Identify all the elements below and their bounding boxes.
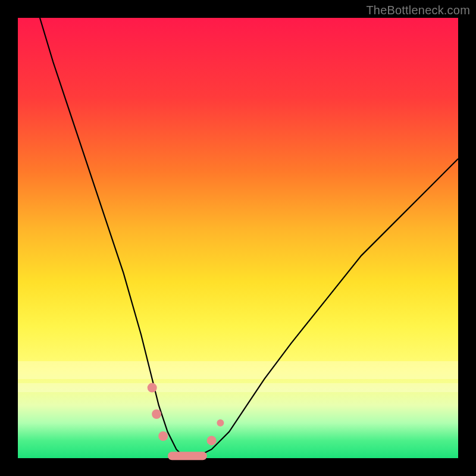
chart-stage: TheBottleneck.com	[0, 0, 476, 476]
marker-group	[148, 383, 224, 446]
marker-point	[207, 436, 217, 445]
plot-area	[18, 18, 458, 458]
marker-point	[148, 383, 157, 393]
curve-layer	[18, 18, 458, 458]
bottleneck-curve	[40, 18, 458, 458]
marker-point	[152, 409, 161, 419]
marker-point	[158, 431, 168, 441]
watermark-text: TheBottleneck.com	[366, 4, 470, 17]
marker-point	[217, 419, 224, 427]
